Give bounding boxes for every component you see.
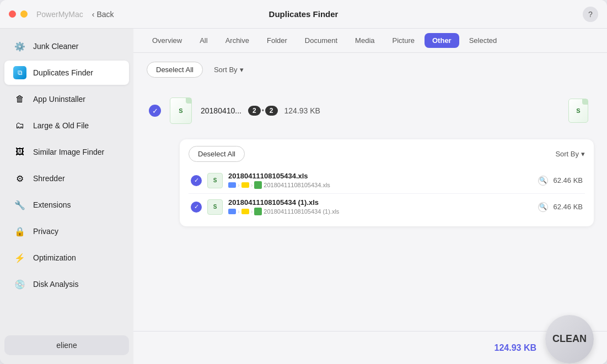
sub-deselect-all-button[interactable]: Deselect All [189, 146, 245, 162]
tab-archive[interactable]: Archive [218, 33, 257, 48]
file-type-icon-2 [254, 208, 262, 215]
similar-image-finder-icon: 🖼 [13, 145, 26, 159]
traffic-lights [9, 10, 28, 18]
back-chevron-icon: ‹ [92, 10, 95, 19]
tab-media[interactable]: Media [347, 33, 382, 48]
sidebar-item-label: Shredder [33, 174, 65, 183]
privacy-icon: 🔒 [13, 225, 26, 238]
folder-icon-2 [241, 182, 249, 188]
main-content: Overview All Archive Folder Document Med… [133, 29, 607, 364]
footer-total-size: 124.93 KB [495, 343, 537, 353]
badge-count-1: 2 [248, 106, 261, 116]
disk-analysis-icon: 💿 [13, 278, 26, 291]
sidebar-item-duplicates-finder[interactable]: ⧉ Duplicates Finder [4, 61, 129, 85]
sub-file-icon-2: S [207, 199, 223, 215]
sidebar-item-shredder[interactable]: ⚙ Shredder [4, 166, 129, 191]
footer: 124.93 KB CLEAN [133, 331, 607, 364]
clean-button[interactable]: CLEAN [545, 315, 594, 363]
sidebar-item-app-uninstaller[interactable]: 🗑 App Uninstaller [4, 87, 129, 111]
sidebar-item-label: Optimization [33, 253, 76, 262]
sidebar-item-label: Duplicates Finder [33, 68, 93, 77]
tab-selected[interactable]: Selected [461, 33, 505, 48]
folder-icon [228, 182, 236, 188]
deselect-all-button[interactable]: Deselect All [147, 62, 203, 78]
sort-by-button[interactable]: Sort By ▾ [214, 66, 244, 74]
minimize-button[interactable] [20, 10, 28, 18]
sub-file-path-2: › › 20180411108105434 (1).xls [228, 208, 533, 215]
junk-cleaner-icon: ⚙️ [13, 40, 26, 53]
sub-file-path-1: › › 20180411108105434.xls [228, 181, 533, 189]
back-button[interactable]: ‹ Back [92, 10, 114, 19]
sub-file-name-2: 20180411108105434 (1).xls [228, 198, 533, 207]
sidebar-item-label: Junk Cleaner [33, 42, 79, 51]
sidebar-item-label: Privacy [33, 227, 58, 236]
extensions-icon: 🔧 [13, 198, 26, 211]
window-title: Duplicates Finder [269, 9, 339, 19]
sub-select-checkbox-1[interactable]: ✓ [191, 175, 202, 186]
sub-sort-by-button[interactable]: Sort By ▾ [555, 150, 585, 158]
sub-file-path-text-2: 20180411108105434 (1).xls [264, 208, 339, 215]
sub-sort-label: Sort By [555, 150, 579, 158]
titlebar: PowerMyMac ‹ Back Duplicates Finder ? [0, 0, 607, 29]
folder-icon-3 [228, 209, 236, 214]
close-button[interactable] [9, 10, 16, 18]
tab-folder[interactable]: Folder [259, 33, 295, 48]
sidebar-item-extensions[interactable]: 🔧 Extensions [4, 193, 129, 217]
sidebar-item-similar-image-finder[interactable]: 🖼 Similar Image Finder [4, 140, 129, 164]
folder-icon-4 [241, 209, 249, 214]
tab-all[interactable]: All [192, 33, 215, 48]
sub-file-size-2: 62.46 KB [554, 203, 583, 211]
sidebar-item-privacy[interactable]: 🔒 Privacy [4, 219, 129, 243]
sidebar-item-junk-cleaner[interactable]: ⚙️ Junk Cleaner [4, 34, 129, 58]
sidebar-item-disk-analysis[interactable]: 💿 Disk Analysis [4, 272, 129, 296]
sub-sort-chevron-icon: ▾ [581, 150, 585, 158]
sub-file-row: ✓ S 20180411108105434.xls › › 2018041110… [189, 167, 585, 194]
sidebar-item-label: Large & Old File [33, 121, 89, 130]
sort-by-label: Sort By [214, 66, 238, 74]
sidebar-bottom: eliene [0, 331, 133, 360]
sidebar-item-label: Disk Analysis [33, 280, 78, 289]
select-checkbox[interactable]: ✓ [149, 105, 161, 117]
tab-overview[interactable]: Overview [144, 33, 190, 48]
tabs-bar: Overview All Archive Folder Document Med… [133, 29, 607, 53]
file-preview: S [565, 95, 592, 126]
file-type-icon [254, 181, 262, 189]
sidebar: ⚙️ Junk Cleaner ⧉ Duplicates Finder 🗑 Ap… [0, 29, 133, 364]
file-size: 124.93 KB [284, 106, 320, 115]
sub-panel-header: Deselect All Sort By ▾ [189, 146, 585, 162]
app-name: PowerMyMac [36, 10, 83, 19]
sort-chevron-icon: ▾ [240, 66, 244, 74]
sidebar-item-label: App Uninstaller [33, 95, 85, 104]
optimization-icon: ⚡ [13, 251, 26, 264]
sub-select-checkbox-2[interactable]: ✓ [191, 202, 202, 213]
sub-file-info-1: 20180411108105434.xls › › 20180411108105… [228, 172, 533, 189]
tab-document[interactable]: Document [297, 33, 345, 48]
sub-file-name-1: 20180411108105434.xls [228, 172, 533, 180]
duplicates-finder-icon: ⧉ [13, 66, 26, 79]
app-uninstaller-icon: 🗑 [13, 93, 26, 106]
tab-picture[interactable]: Picture [385, 33, 422, 48]
large-old-file-icon: 🗂 [13, 119, 26, 132]
badge-count-2: 2 [265, 106, 278, 116]
sidebar-item-optimization[interactable]: ⚡ Optimization [4, 246, 129, 270]
preview-xls-icon: S [565, 95, 592, 126]
help-button[interactable]: ? [583, 7, 598, 22]
sub-file-row-2: ✓ S 20180411108105434 (1).xls › › 201804… [189, 194, 585, 220]
badge-separator: • [262, 107, 264, 115]
badge-row: 2 • 2 [248, 106, 278, 116]
shredder-icon: ⚙ [13, 172, 26, 185]
sidebar-item-large-old-file[interactable]: 🗂 Large & Old File [4, 113, 129, 138]
sub-file-path-text-1: 20180411108105434.xls [264, 182, 330, 188]
search-icon-1[interactable]: 🔍 [538, 176, 548, 186]
sidebar-item-label: Extensions [33, 200, 71, 209]
user-button[interactable]: eliene [4, 335, 129, 355]
file-icon: S [168, 95, 194, 126]
sub-file-icon-1: S [207, 173, 223, 188]
sub-file-info-2: 20180411108105434 (1).xls › › 2018041110… [228, 198, 533, 215]
sub-panel: Deselect All Sort By ▾ ✓ S 2018041110810… [180, 139, 594, 226]
search-icon-2[interactable]: 🔍 [538, 202, 548, 212]
sub-file-size-1: 62.46 KB [554, 176, 583, 184]
tab-other[interactable]: Other [425, 33, 459, 48]
file-name: 20180410... [201, 106, 241, 115]
main-file-row: ✓ S 20180410... 2 • 2 124.93 KB S [147, 91, 594, 131]
